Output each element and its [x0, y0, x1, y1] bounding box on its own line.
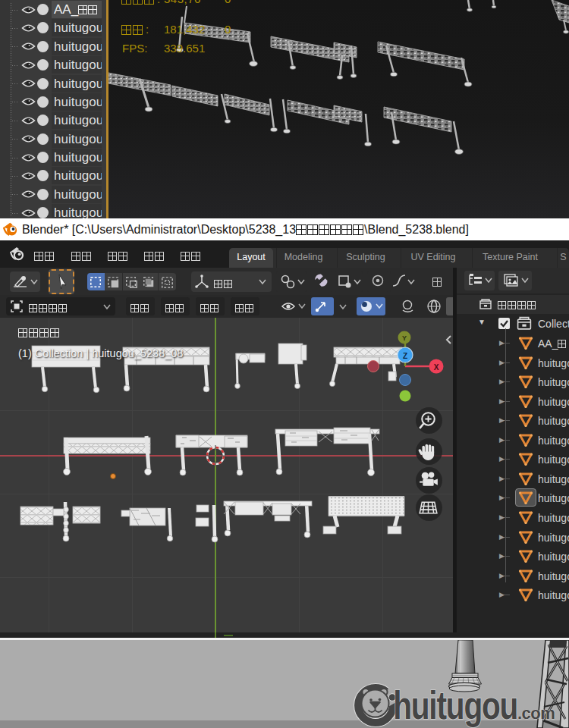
svg-text:X: X [434, 363, 439, 372]
svg-text:Y: Y [402, 334, 407, 342]
svg-text:.com: .com [517, 704, 555, 723]
svg-text:huitugou: huitugou [393, 683, 517, 727]
svg-text:Z: Z [403, 352, 407, 360]
